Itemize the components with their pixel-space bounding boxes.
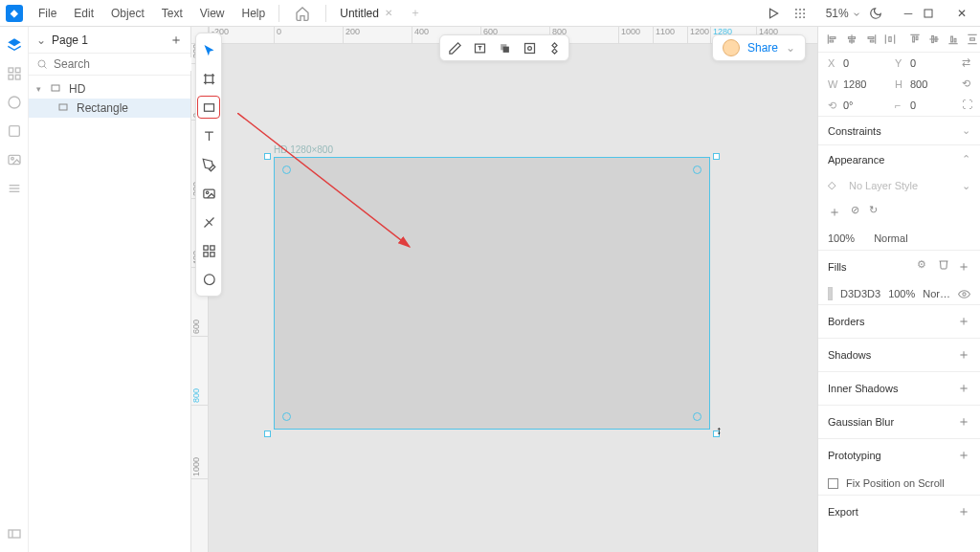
search-input[interactable] bbox=[54, 57, 197, 71]
add-interaction-button[interactable]: ＋ bbox=[957, 447, 970, 464]
opacity-value[interactable]: 100% bbox=[828, 232, 855, 244]
minimize-icon[interactable]: ─ bbox=[896, 7, 921, 20]
trash-icon[interactable] bbox=[938, 258, 949, 276]
chevron-down-icon[interactable]: ⌄ bbox=[962, 180, 970, 192]
adjust-icon[interactable]: ⚙ bbox=[917, 258, 930, 272]
blur-section[interactable]: Gaussian Blur＋ bbox=[818, 406, 980, 438]
list-rail-icon[interactable] bbox=[6, 180, 23, 197]
resize-handle[interactable] bbox=[713, 153, 720, 160]
rectangle-tool[interactable] bbox=[198, 97, 219, 118]
prototyping-section[interactable]: Prototyping＋ bbox=[818, 439, 980, 472]
image-tool[interactable] bbox=[198, 183, 219, 204]
radius-input[interactable]: 0 bbox=[910, 99, 945, 111]
menu-help[interactable]: Help bbox=[234, 3, 274, 24]
h-input[interactable]: 800 bbox=[910, 78, 945, 90]
blend-mode[interactable]: Normal bbox=[874, 232, 907, 244]
maximize-icon[interactable] bbox=[923, 8, 947, 19]
fill-opacity[interactable]: 100% bbox=[888, 288, 915, 299]
canvas[interactable]: -200 0 200 400 600 800 1000 1100 1200 12… bbox=[191, 27, 817, 552]
constraints-section[interactable]: Constraints ⌄ bbox=[818, 117, 980, 144]
slice-tool[interactable] bbox=[198, 211, 219, 232]
align-top-icon[interactable] bbox=[908, 33, 922, 46]
add-border-button[interactable]: ＋ bbox=[957, 313, 970, 330]
add-page-button[interactable]: ＋ bbox=[169, 32, 183, 49]
distribute-h-icon[interactable] bbox=[883, 33, 897, 46]
component-tool[interactable] bbox=[198, 240, 219, 261]
fill-row[interactable]: D3D3D3 100% Nor… bbox=[818, 283, 980, 304]
layer-style-label[interactable]: No Layer Style bbox=[849, 180, 918, 191]
add-shadow-button[interactable]: ＋ bbox=[957, 346, 970, 364]
page-dropdown-icon[interactable]: ⌄ bbox=[36, 33, 46, 47]
share-button[interactable]: Share bbox=[747, 41, 778, 55]
collapse-rail-icon[interactable] bbox=[6, 525, 23, 542]
add-blur-button[interactable]: ＋ bbox=[957, 413, 970, 431]
comment-tool[interactable] bbox=[198, 269, 219, 290]
home-icon[interactable] bbox=[295, 6, 310, 21]
align-center-v-icon[interactable] bbox=[927, 33, 941, 46]
align-bottom-icon[interactable] bbox=[947, 33, 960, 46]
close-window-icon[interactable]: ✕ bbox=[949, 7, 974, 20]
rotation-input[interactable]: 0° bbox=[843, 99, 878, 111]
menu-object[interactable]: Object bbox=[103, 3, 152, 24]
fill-swatch[interactable] bbox=[828, 287, 833, 300]
document-tab[interactable]: Untitled ✕ bbox=[332, 7, 400, 20]
moon-icon[interactable] bbox=[869, 7, 894, 20]
chevron-down-icon[interactable]: ⌄ bbox=[786, 41, 795, 55]
pen-tool[interactable] bbox=[198, 154, 219, 175]
artboard-tool[interactable] bbox=[198, 68, 219, 89]
app-logo[interactable]: ◆ bbox=[6, 5, 23, 22]
align-right-icon[interactable] bbox=[864, 33, 878, 46]
w-input[interactable]: 1280 bbox=[843, 78, 878, 90]
distribute-icon[interactable] bbox=[546, 39, 563, 56]
type-icon[interactable] bbox=[471, 39, 488, 56]
layer-rectangle[interactable]: Rectangle bbox=[29, 99, 190, 118]
grid-icon[interactable] bbox=[793, 7, 818, 20]
add-fill-button[interactable]: ＋ bbox=[957, 258, 970, 276]
resize-handle[interactable] bbox=[264, 431, 271, 437]
distribute-v-icon[interactable] bbox=[966, 33, 979, 46]
expand-icon[interactable]: ▾ bbox=[36, 84, 44, 94]
resize-handle[interactable] bbox=[264, 153, 271, 160]
artboard-label[interactable]: HD 1280×800 bbox=[274, 144, 333, 155]
new-tab-button[interactable]: ＋ bbox=[402, 5, 429, 21]
expand-radius-icon[interactable]: ⛶ bbox=[962, 99, 972, 112]
layer-artboard[interactable]: ▾ HD bbox=[29, 79, 190, 99]
menu-file[interactable]: File bbox=[31, 3, 64, 24]
stack-icon[interactable] bbox=[496, 39, 513, 56]
detach-icon[interactable]: ⊘ bbox=[851, 204, 859, 221]
play-icon[interactable] bbox=[767, 7, 791, 20]
align-center-h-icon[interactable] bbox=[845, 33, 858, 46]
page-name[interactable]: Page 1 bbox=[52, 33, 88, 47]
fill-blend[interactable]: Nor… bbox=[923, 288, 950, 299]
x-input[interactable]: 0 bbox=[843, 57, 878, 69]
close-tab-icon[interactable]: ✕ bbox=[385, 8, 392, 18]
menu-edit[interactable]: Edit bbox=[66, 3, 101, 24]
y-input[interactable]: 0 bbox=[910, 57, 945, 69]
export-section[interactable]: Export＋ bbox=[818, 496, 980, 528]
shadows-section[interactable]: Shadows＋ bbox=[818, 339, 980, 371]
add-style-button[interactable]: ＋ bbox=[828, 204, 841, 221]
avatar[interactable] bbox=[723, 39, 740, 56]
add-inner-shadow-button[interactable]: ＋ bbox=[957, 380, 970, 397]
assets-rail-icon[interactable] bbox=[6, 94, 23, 111]
visibility-icon[interactable] bbox=[958, 288, 970, 300]
lock-aspect-icon[interactable]: ⟲ bbox=[962, 77, 970, 91]
appearance-section[interactable]: Appearance ⌃ bbox=[818, 145, 980, 173]
pencil-icon[interactable] bbox=[446, 39, 463, 56]
menu-text[interactable]: Text bbox=[154, 3, 190, 24]
fill-hex[interactable]: D3D3D3 bbox=[840, 288, 880, 299]
text-tool[interactable] bbox=[198, 125, 219, 146]
group-icon[interactable] bbox=[521, 39, 538, 56]
flip-h-icon[interactable]: ⇄ bbox=[962, 56, 970, 70]
menu-view[interactable]: View bbox=[192, 3, 233, 24]
move-tool[interactable] bbox=[198, 39, 219, 60]
zoom-dropdown[interactable]: 51% bbox=[820, 7, 867, 20]
styles-rail-icon[interactable] bbox=[6, 122, 23, 140]
inner-shadows-section[interactable]: Inner Shadows＋ bbox=[818, 372, 980, 405]
refresh-icon[interactable]: ↻ bbox=[869, 204, 878, 221]
fix-scroll-checkbox[interactable] bbox=[828, 478, 838, 489]
image-rail-icon[interactable] bbox=[6, 151, 23, 168]
align-left-icon[interactable] bbox=[826, 33, 839, 46]
layers-rail-icon[interactable] bbox=[6, 36, 23, 54]
add-export-button[interactable]: ＋ bbox=[957, 503, 970, 520]
